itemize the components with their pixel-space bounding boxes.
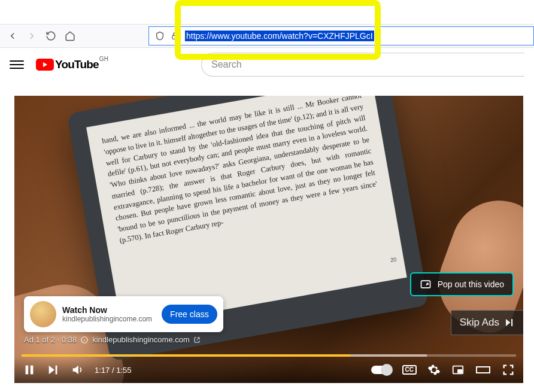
ad-counter: Ad 1 of 2 · 0:38 [24,335,77,344]
ad-title: Watch Now [62,305,152,315]
svg-rect-4 [26,366,29,375]
lock-icon [171,32,179,40]
time-display: 1:17 / 1:55 [95,366,131,375]
book-page: 20 [390,256,397,263]
settings-button[interactable] [427,363,441,376]
svg-rect-8 [458,370,462,373]
volume-button[interactable] [71,363,84,376]
play-icon [36,59,54,71]
ad-overlay-card: Watch Now kindlepublishingincome.com Fre… [24,296,223,332]
svg-rect-1 [421,281,430,288]
external-link-icon [193,336,201,344]
player-controls: 1:17 / 1:55 CC [14,357,523,383]
video-player[interactable]: hand, we are also informed ... the world… [14,96,523,383]
youtube-header: YouTube GH Search [0,48,534,81]
popout-label: Pop out this video [438,279,504,289]
search-placeholder: Search [211,59,242,70]
back-button[interactable] [7,31,18,41]
svg-rect-5 [31,366,34,375]
fullscreen-button[interactable] [502,363,515,376]
menu-button[interactable] [10,57,24,72]
miniplayer-button[interactable] [451,363,465,376]
avatar [30,301,56,327]
ad-domain-link[interactable]: kindlepublishingincome.com [92,335,190,344]
svg-rect-6 [56,366,57,375]
next-button[interactable] [47,363,60,376]
shield-icon [155,31,165,41]
logo-text: YouTube [55,58,99,71]
popout-button[interactable]: Pop out this video [410,272,514,296]
autoplay-toggle[interactable] [371,366,392,374]
address-bar[interactable]: https://www.youtube.com/watch?v=CXZHFJPL… [148,26,534,45]
ad-cta-button[interactable]: Free class [162,305,217,324]
ereader-screen: hand, we are also informed ... the world… [86,96,407,328]
pause-button[interactable] [23,363,36,376]
search-input[interactable]: Search [201,53,524,77]
forward-button [26,31,37,41]
theater-button[interactable] [475,363,491,376]
svg-rect-9 [477,367,490,373]
ad-subtitle: kindlepublishingincome.com [62,315,152,323]
captions-button[interactable]: CC [402,365,417,375]
reload-button[interactable] [45,31,56,41]
url-text[interactable]: https://www.youtube.com/watch?v=CXZHFJPL… [185,31,374,41]
browser-toolbar: https://www.youtube.com/watch?v=CXZHFJPL… [0,24,534,48]
skip-label: Skip Ads [460,317,499,329]
svg-rect-2 [511,319,512,326]
ad-info-line: Ad 1 of 2 · 0:38 kindlepublishingincome.… [24,335,201,344]
home-button[interactable] [65,31,75,41]
svg-rect-0 [172,35,177,39]
country-code: GH [99,56,108,62]
info-icon[interactable] [80,336,89,344]
skip-ads-button[interactable]: Skip Ads [451,310,523,335]
youtube-logo[interactable]: YouTube GH [36,58,99,71]
